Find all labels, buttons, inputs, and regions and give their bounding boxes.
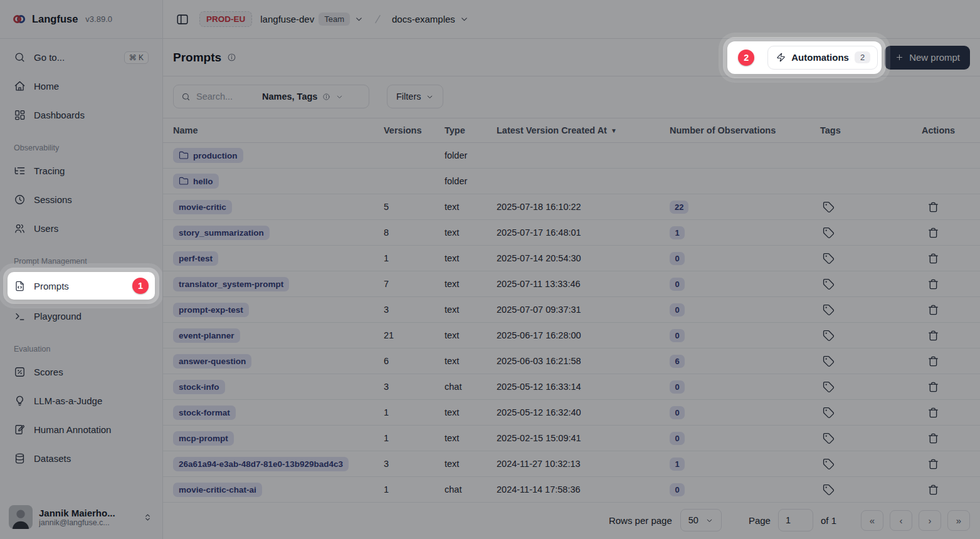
prompt-name-badge[interactable]: prompt-exp-test: [173, 303, 249, 317]
tags-button[interactable]: [820, 379, 837, 395]
sidebar-item-home[interactable]: Home: [8, 76, 155, 96]
delete-button[interactable]: [925, 250, 942, 267]
new-prompt-button[interactable]: New prompt: [885, 46, 970, 70]
prompt-name-badge[interactable]: stock-format: [173, 406, 236, 420]
rows-per-page-select[interactable]: 50: [680, 509, 722, 531]
delete-button[interactable]: [925, 481, 942, 498]
observations-badge[interactable]: 0: [670, 278, 685, 291]
table-row[interactable]: hello folder: [163, 169, 980, 194]
table-row[interactable]: movie-critic 5 text 2025-07-18 16:10:22 …: [163, 194, 980, 220]
versions-cell: 1: [384, 407, 445, 417]
prompt-name-badge[interactable]: event-planner: [173, 328, 240, 343]
page-label: Page: [749, 515, 771, 526]
table-row[interactable]: answer-question 6 text 2025-06-03 16:21:…: [163, 348, 980, 374]
search-scope-dropdown[interactable]: Names, Tags: [262, 92, 344, 102]
table-row[interactable]: prompt-exp-test 3 text 2025-07-07 09:37:…: [163, 297, 980, 323]
search-input[interactable]: [196, 92, 256, 102]
table-row[interactable]: event-planner 21 text 2025-06-17 16:28:0…: [163, 323, 980, 348]
table-row[interactable]: story_summarization 8 text 2025-07-17 16…: [163, 220, 980, 246]
table-row[interactable]: stock-format 1 text 2025-05-12 16:32:40 …: [163, 400, 980, 426]
observations-badge[interactable]: 0: [670, 329, 685, 342]
versions-cell: 21: [384, 330, 445, 340]
automations-button[interactable]: Automations 2: [767, 46, 878, 70]
tags-button[interactable]: [820, 481, 837, 498]
table-row[interactable]: perf-test 1 text 2025-07-14 20:54:30 0: [163, 246, 980, 271]
table-row[interactable]: production folder: [163, 143, 980, 169]
last-page-button[interactable]: »: [947, 510, 970, 531]
filters-button[interactable]: Filters: [387, 85, 443, 108]
sidebar-item-playground[interactable]: Playground: [8, 306, 155, 326]
observations-badge[interactable]: 6: [670, 355, 685, 368]
delete-button[interactable]: [925, 430, 942, 447]
delete-button[interactable]: [925, 276, 942, 293]
sidebar-toggle-button[interactable]: [174, 11, 191, 28]
observations-badge[interactable]: 0: [670, 406, 685, 419]
prompt-name-badge[interactable]: hello: [173, 174, 219, 189]
delete-button[interactable]: [925, 224, 942, 241]
prompt-name-badge[interactable]: story_summarization: [173, 226, 270, 240]
table-row[interactable]: stock-info 3 chat 2025-05-12 16:33:14 0: [163, 374, 980, 400]
sidebar-item-sessions[interactable]: Sessions: [8, 190, 155, 209]
prompt-name-badge[interactable]: answer-question: [173, 354, 251, 369]
table-row[interactable]: mcp-prompt 1 text 2025-02-15 15:09:41 0: [163, 426, 980, 451]
table-row[interactable]: translator_system-prompt 7 text 2025-07-…: [163, 271, 980, 297]
sidebar-item-users[interactable]: Users: [8, 219, 155, 238]
observations-badge[interactable]: 0: [670, 483, 685, 496]
observations-badge[interactable]: 22: [670, 201, 688, 214]
observations-badge[interactable]: 1: [670, 458, 685, 471]
table-row[interactable]: 26a61a94-e3ab-48d7-81e0-13b929bad4c3 3 t…: [163, 451, 980, 477]
type-cell: text: [445, 433, 497, 443]
column-header-created-at[interactable]: Latest Version Created At ▼: [497, 125, 670, 135]
delete-button[interactable]: [925, 327, 942, 344]
sidebar-item-goto[interactable]: Go to... ⌘ K: [8, 48, 155, 67]
prompt-name-badge[interactable]: translator_system-prompt: [173, 277, 289, 291]
first-page-button[interactable]: «: [861, 510, 883, 531]
prompt-name-badge[interactable]: mcp-prompt: [173, 431, 234, 446]
prompt-name-badge[interactable]: movie-critic: [173, 200, 232, 214]
tags-button[interactable]: [820, 224, 837, 241]
table-row[interactable]: movie-critic-chat-ai 1 chat 2024-11-14 1…: [163, 477, 980, 503]
versions-cell: 7: [384, 279, 445, 289]
tags-button[interactable]: [820, 199, 837, 216]
tags-button[interactable]: [820, 301, 837, 318]
delete-button[interactable]: [925, 379, 942, 395]
prev-page-button[interactable]: ‹: [890, 510, 912, 531]
delete-button[interactable]: [925, 301, 942, 318]
sidebar-item-prompts[interactable]: Prompts 1: [8, 272, 155, 300]
info-icon[interactable]: [227, 53, 236, 62]
user-menu[interactable]: Jannik Maierho... jannik@langfuse.c...: [0, 498, 162, 539]
tags-button[interactable]: [820, 250, 837, 267]
delete-button[interactable]: [925, 456, 942, 473]
observations-badge[interactable]: 0: [670, 432, 685, 445]
prompt-name-badge[interactable]: 26a61a94-e3ab-48d7-81e0-13b929bad4c3: [173, 457, 349, 471]
tags-button[interactable]: [820, 456, 837, 473]
sidebar-item-tracing[interactable]: Tracing: [8, 161, 155, 181]
observations-badge[interactable]: 0: [670, 252, 685, 265]
type-cell: folder: [445, 176, 497, 186]
sidebar-item-human-annotation[interactable]: Human Annotation: [8, 420, 155, 439]
tags-button[interactable]: [820, 353, 837, 370]
page-number-input[interactable]: [778, 509, 813, 531]
sidebar-item-scores[interactable]: Scores: [8, 362, 155, 382]
tags-button[interactable]: [820, 404, 837, 421]
created-at-cell: 2025-05-12 16:33:14: [497, 382, 670, 392]
org-switcher[interactable]: langfuse-dev Team: [260, 13, 364, 26]
prompt-name-badge[interactable]: perf-test: [173, 251, 218, 266]
delete-button[interactable]: [925, 353, 942, 370]
tags-button[interactable]: [820, 276, 837, 293]
project-switcher[interactable]: docs-examples: [392, 14, 469, 24]
next-page-button[interactable]: ›: [919, 510, 941, 531]
delete-button[interactable]: [925, 199, 942, 216]
observations-badge[interactable]: 0: [670, 380, 685, 394]
prompt-name-badge[interactable]: stock-info: [173, 380, 225, 394]
tags-button[interactable]: [820, 430, 837, 447]
observations-badge[interactable]: 1: [670, 226, 685, 239]
sidebar-item-datasets[interactable]: Datasets: [8, 449, 155, 468]
delete-button[interactable]: [925, 404, 942, 421]
prompt-name-badge[interactable]: movie-critic-chat-ai: [173, 483, 262, 497]
observations-badge[interactable]: 0: [670, 303, 685, 317]
prompt-name-badge[interactable]: production: [173, 148, 243, 163]
sidebar-item-dashboards[interactable]: Dashboards: [8, 105, 155, 125]
tags-button[interactable]: [820, 327, 837, 344]
sidebar-item-llm-judge[interactable]: LLM-as-a-Judge: [8, 391, 155, 411]
